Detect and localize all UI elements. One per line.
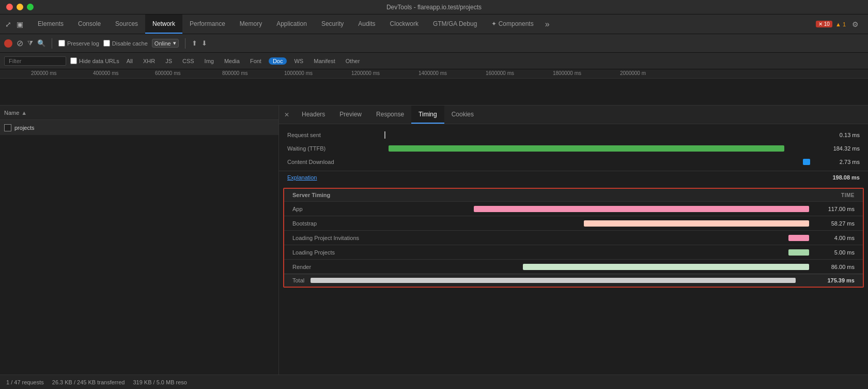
throttle-select[interactable]: Online ▾ bbox=[152, 39, 179, 48]
file-row-projects[interactable]: projects bbox=[0, 120, 278, 136]
throttle-value: Online bbox=[154, 40, 171, 47]
server-row-loading-projects: Loading Projects 5.00 ms bbox=[284, 245, 863, 259]
server-label-loading-projects: Loading Projects bbox=[292, 249, 396, 256]
network-toolbar: ⊘ ⧩ 🔍 Preserve log Disable cache Online … bbox=[0, 34, 868, 53]
filter-js[interactable]: JS bbox=[162, 57, 175, 65]
server-bar-total bbox=[311, 278, 796, 283]
server-timing-section: Server Timing TIME App 117.00 ms Bootstr… bbox=[283, 188, 864, 288]
timing-label-waiting: Waiting (TTFB) bbox=[287, 145, 380, 152]
tab-application[interactable]: Application bbox=[269, 14, 314, 34]
device-icon[interactable]: ▣ bbox=[16, 19, 24, 29]
left-panel: Name ▲ projects bbox=[0, 106, 279, 375]
sort-arrow-icon: ▲ bbox=[21, 110, 27, 116]
server-bar-area-render bbox=[400, 263, 809, 271]
timeline-mark-7: 1400000 ms bbox=[419, 70, 447, 76]
disable-cache-label[interactable]: Disable cache bbox=[103, 40, 148, 47]
main-area: Name ▲ projects ✕ Headers Preview Respon… bbox=[0, 106, 868, 375]
filter-all[interactable]: All bbox=[123, 57, 136, 65]
hide-data-urls-text: Hide data URLs bbox=[79, 58, 119, 64]
server-row-render: Render 86.00 ms bbox=[284, 259, 863, 274]
tab-memory[interactable]: Memory bbox=[233, 14, 269, 34]
server-timing-title: Server Timing bbox=[292, 192, 330, 198]
panel-close-button[interactable]: ✕ bbox=[279, 106, 295, 124]
title-bar: DevTools - flareapp.io.test/projects bbox=[0, 0, 868, 14]
server-total-row: Total 175.39 ms bbox=[284, 274, 863, 287]
error-count: 10 bbox=[824, 21, 830, 27]
timeline-mark-4: 800000 ms bbox=[222, 70, 247, 76]
timing-bar-area-waiting bbox=[384, 145, 814, 152]
right-panel: ✕ Headers Preview Response Timing Cookie… bbox=[279, 106, 868, 375]
close-button[interactable] bbox=[6, 4, 13, 10]
tab-security[interactable]: Security bbox=[314, 14, 351, 34]
filter-media[interactable]: Media bbox=[221, 57, 243, 65]
timeline-mark-5: 1000000 ms bbox=[284, 70, 313, 76]
filter-css[interactable]: CSS bbox=[179, 57, 197, 65]
filter-bar: Hide data URLs All XHR JS CSS Img Media … bbox=[0, 53, 868, 69]
record-button[interactable] bbox=[4, 39, 12, 48]
timing-value-waiting: 184.32 ms bbox=[818, 145, 860, 152]
status-requests: 1 / 47 requests bbox=[6, 379, 44, 385]
server-bar-area-app bbox=[400, 205, 809, 213]
timing-bar-area-request-sent bbox=[384, 132, 814, 138]
panel-tab-headers[interactable]: Headers bbox=[295, 106, 332, 124]
preserve-log-checkbox[interactable] bbox=[58, 40, 65, 47]
timing-value-content-download: 2.73 ms bbox=[818, 159, 860, 165]
tab-network[interactable]: Network bbox=[145, 14, 182, 34]
filter-font[interactable]: Font bbox=[247, 57, 265, 65]
panel-tabs: ✕ Headers Preview Response Timing Cookie… bbox=[279, 106, 868, 124]
inspect-icon[interactable]: ⤢ bbox=[4, 19, 12, 29]
server-value-loading-projects: 5.00 ms bbox=[813, 249, 855, 256]
disable-cache-checkbox[interactable] bbox=[103, 40, 110, 47]
filter-manifest[interactable]: Manifest bbox=[311, 57, 338, 65]
server-label-app: App bbox=[292, 206, 396, 212]
stop-icon[interactable]: ⊘ bbox=[17, 38, 23, 48]
status-bar: 1 / 47 requests 26.3 KB / 245 KB transfe… bbox=[0, 375, 868, 389]
timing-label-content-download: Content Download bbox=[287, 159, 380, 165]
traffic-lights bbox=[6, 4, 34, 10]
timing-content: Request sent 0.13 ms Waiting (TTFB) 184.… bbox=[279, 124, 868, 375]
tab-elements[interactable]: Elements bbox=[30, 14, 71, 34]
server-bar-area-loading-projects bbox=[400, 249, 809, 256]
explanation-row: Explanation 198.08 ms bbox=[279, 171, 868, 184]
tab-clockwork[interactable]: Clockwork bbox=[383, 14, 426, 34]
tab-gtmga[interactable]: GTM/GA Debug bbox=[426, 14, 484, 34]
filter-input[interactable] bbox=[4, 56, 66, 66]
timing-label-request-sent: Request sent bbox=[287, 132, 380, 138]
server-row-loading-invitations: Loading Project Invitations 4.00 ms bbox=[284, 230, 863, 245]
panel-tab-response[interactable]: Response bbox=[369, 106, 411, 124]
hide-data-urls-label[interactable]: Hide data URLs bbox=[70, 57, 119, 64]
panel-tab-preview[interactable]: Preview bbox=[332, 106, 369, 124]
tab-sources[interactable]: Sources bbox=[108, 14, 145, 34]
error-icon: ✕ bbox=[818, 21, 823, 27]
tab-components[interactable]: ✦ Components bbox=[484, 14, 540, 34]
server-row-app: App 117.00 ms bbox=[284, 201, 863, 216]
minimize-button[interactable] bbox=[17, 4, 23, 10]
timing-value-request-sent: 0.13 ms bbox=[818, 132, 860, 138]
filter-ws[interactable]: WS bbox=[291, 57, 306, 65]
filter-xhr[interactable]: XHR bbox=[140, 57, 158, 65]
panel-tab-timing[interactable]: Timing bbox=[411, 106, 444, 124]
filter-img[interactable]: Img bbox=[202, 57, 217, 65]
maximize-button[interactable] bbox=[27, 4, 34, 10]
panel-tab-cookies[interactable]: Cookies bbox=[444, 106, 481, 124]
server-bar-bootstrap bbox=[584, 220, 809, 227]
settings-icon[interactable]: ⚙ bbox=[849, 20, 862, 28]
tab-audits[interactable]: Audits bbox=[351, 14, 382, 34]
search-icon[interactable]: 🔍 bbox=[37, 39, 45, 47]
preserve-log-label[interactable]: Preserve log bbox=[58, 40, 99, 47]
explanation-link[interactable]: Explanation bbox=[287, 174, 317, 181]
tab-console[interactable]: Console bbox=[71, 14, 108, 34]
server-value-render: 86.00 ms bbox=[813, 264, 855, 270]
tab-more-button[interactable]: » bbox=[541, 14, 554, 34]
timeline-mark-8: 1600000 ms bbox=[486, 70, 514, 76]
warn-badge: ▲ 1 bbox=[835, 21, 846, 27]
timing-row-request-sent: Request sent 0.13 ms bbox=[279, 128, 868, 142]
filter-doc[interactable]: Doc bbox=[269, 57, 287, 65]
upload-icon[interactable]: ⬆ bbox=[192, 39, 197, 47]
filter-other[interactable]: Other bbox=[343, 57, 363, 65]
hide-data-urls-checkbox[interactable] bbox=[70, 57, 77, 64]
tab-performance[interactable]: Performance bbox=[182, 14, 233, 34]
filter-icon[interactable]: ⧩ bbox=[27, 39, 33, 48]
server-timing-header: Server Timing TIME bbox=[284, 189, 863, 201]
download-icon[interactable]: ⬇ bbox=[202, 39, 207, 47]
